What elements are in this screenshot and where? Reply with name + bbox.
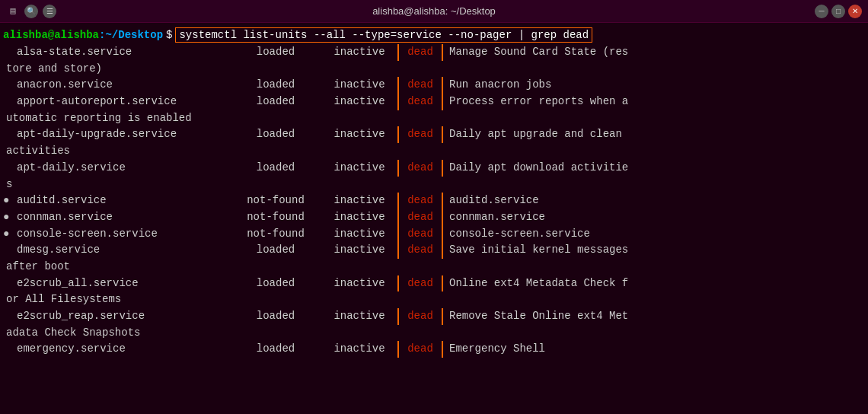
table-row: alsa-state.serviceloadedinactivedeadMana… xyxy=(0,44,868,61)
load-state: not-found xyxy=(230,193,321,209)
prompt-command: systemctl list-units --all --type=servic… xyxy=(175,27,592,43)
table-row: e2scrub_reap.serviceloadedinactivedeadRe… xyxy=(0,308,868,325)
service-description: Online ext4 Metadata Check f xyxy=(443,275,865,292)
service-name: apport-autoreport.service xyxy=(17,94,230,110)
active-state: inactive xyxy=(321,44,397,61)
load-state: loaded xyxy=(230,77,321,94)
table-row: ●connman.servicenot-foundinactivedeadcon… xyxy=(0,209,868,226)
sub-state: dead xyxy=(397,94,443,110)
service-name: alsa-state.service xyxy=(17,44,230,61)
sub-state: dead xyxy=(397,242,443,259)
sub-state: dead xyxy=(397,193,443,209)
service-description: Process error reports when a xyxy=(443,94,865,110)
close-button[interactable]: ✕ xyxy=(848,5,862,18)
continuation-line: activities xyxy=(0,143,868,160)
service-description: Emergency Shell xyxy=(443,341,865,358)
table-row: apt-daily.serviceloadedinactivedeadDaily… xyxy=(0,160,868,177)
service-name: dmesg.service xyxy=(17,242,230,259)
active-state: inactive xyxy=(321,341,397,358)
load-state: not-found xyxy=(230,226,321,243)
load-state: loaded xyxy=(230,308,321,325)
active-state: inactive xyxy=(321,308,397,325)
load-state: not-found xyxy=(230,209,321,226)
active-state: inactive xyxy=(321,209,397,226)
service-name: apt-daily.service xyxy=(17,160,230,177)
sub-state: dead xyxy=(397,77,443,94)
continuation-line: adata Check Snapshots xyxy=(0,325,868,342)
terminal-content: alishba@alishba :~/Desktop $ systemctl l… xyxy=(0,23,868,414)
titlebar-left: ▤ 🔍 ☰ xyxy=(6,5,56,18)
active-state: inactive xyxy=(321,226,397,243)
continuation-line: s xyxy=(0,177,868,193)
sub-state: dead xyxy=(397,160,443,177)
service-description: Manage Sound Card State (res xyxy=(443,44,865,61)
minimize-button[interactable]: ─ xyxy=(815,5,828,18)
service-description: Daily apt upgrade and clean xyxy=(443,126,865,143)
maximize-button[interactable]: □ xyxy=(831,5,845,18)
load-state: loaded xyxy=(230,94,321,110)
active-state: inactive xyxy=(321,193,397,209)
sub-state: dead xyxy=(397,341,443,358)
service-name: console-screen.service xyxy=(17,226,230,243)
window-title: alishba@alishba: ~/Desktop xyxy=(372,5,496,17)
active-state: inactive xyxy=(321,94,397,110)
continuation-line: tore and store) xyxy=(0,61,868,78)
prompt-dollar: $ xyxy=(166,29,172,41)
service-description: connman.service xyxy=(443,209,865,226)
active-state: inactive xyxy=(321,77,397,94)
table-row: e2scrub_all.serviceloadedinactivedeadOnl… xyxy=(0,275,868,292)
service-list: alsa-state.serviceloadedinactivedeadMana… xyxy=(0,44,868,358)
load-state: loaded xyxy=(230,242,321,259)
sub-state: dead xyxy=(397,226,443,243)
table-row: apport-autoreport.serviceloadedinactived… xyxy=(0,94,868,110)
service-description: Daily apt download activitie xyxy=(443,160,865,177)
service-description: Run anacron jobs xyxy=(443,77,865,94)
active-state: inactive xyxy=(321,126,397,143)
search-button[interactable]: 🔍 xyxy=(24,5,38,18)
table-row: ●auditd.servicenot-foundinactivedeadaudi… xyxy=(0,193,868,209)
menu-button[interactable]: ☰ xyxy=(43,5,56,18)
bullet-col: ● xyxy=(3,193,17,209)
load-state: loaded xyxy=(230,160,321,177)
table-row: ●console-screen.servicenot-foundinactive… xyxy=(0,226,868,243)
service-description: console-screen.service xyxy=(443,226,865,243)
table-row: dmesg.serviceloadedinactivedeadSave init… xyxy=(0,242,868,259)
sub-state: dead xyxy=(397,308,443,325)
service-description: Save initial kernel messages xyxy=(443,242,865,259)
prompt-path: :~/Desktop xyxy=(99,29,163,41)
active-state: inactive xyxy=(321,242,397,259)
titlebar: ▤ 🔍 ☰ alishba@alishba: ~/Desktop ─ □ ✕ xyxy=(0,0,868,23)
bullet-col: ● xyxy=(3,209,17,226)
service-description: auditd.service xyxy=(443,193,865,209)
service-name: e2scrub_all.service xyxy=(17,275,230,292)
service-name: emergency.service xyxy=(17,341,230,358)
service-name: apt-daily-upgrade.service xyxy=(17,126,230,143)
prompt-user: alishba@alishba xyxy=(3,29,99,41)
load-state: loaded xyxy=(230,126,321,143)
terminal-icon: ▤ xyxy=(6,5,20,18)
active-state: inactive xyxy=(321,275,397,292)
sub-state: dead xyxy=(397,126,443,143)
load-state: loaded xyxy=(230,44,321,61)
load-state: loaded xyxy=(230,275,321,292)
window-controls: ─ □ ✕ xyxy=(815,5,862,18)
service-name: e2scrub_reap.service xyxy=(17,308,230,325)
continuation-line: after boot xyxy=(0,259,868,275)
sub-state: dead xyxy=(397,209,443,226)
bullet-col: ● xyxy=(3,226,17,243)
service-name: auditd.service xyxy=(17,193,230,209)
table-row: apt-daily-upgrade.serviceloadedinactived… xyxy=(0,126,868,143)
service-name: connman.service xyxy=(17,209,230,226)
active-state: inactive xyxy=(321,160,397,177)
load-state: loaded xyxy=(230,341,321,358)
continuation-line: utomatic reporting is enabled xyxy=(0,110,868,127)
table-row: emergency.serviceloadedinactivedeadEmerg… xyxy=(0,341,868,358)
table-row: anacron.serviceloadedinactivedeadRun ana… xyxy=(0,77,868,94)
service-description: Remove Stale Online ext4 Met xyxy=(443,308,865,325)
service-name: anacron.service xyxy=(17,77,230,94)
sub-state: dead xyxy=(397,44,443,61)
sub-state: dead xyxy=(397,275,443,292)
prompt-line: alishba@alishba :~/Desktop $ systemctl l… xyxy=(0,26,868,44)
continuation-line: or All Filesystems xyxy=(0,291,868,308)
